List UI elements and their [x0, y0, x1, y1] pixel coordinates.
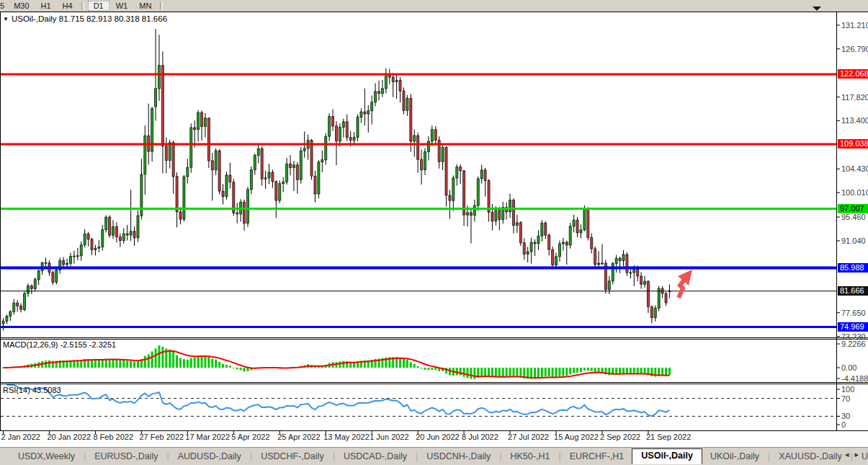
macd-indicator-label: MACD(12,26,9) -2.5155 -2.3251 [3, 340, 116, 349]
tab-separator: | [166, 451, 169, 461]
tab-separator: | [250, 451, 252, 461]
tab-separator: | [768, 451, 770, 461]
date-axis-label: 27 Jul 2022 [508, 433, 549, 441]
rsi-indicator-label: RSI(14) 43.5083 [3, 386, 61, 394]
tab-symbol-usoildaily[interactable]: USOil-,Daily [632, 448, 702, 464]
date-axis-label: 20 Jan 2022 [47, 433, 91, 441]
date-axis-label: 2 Jan 2022 [1, 433, 40, 441]
price-level-tag: 122.068 [838, 69, 868, 79]
bull-candles [2, 66, 660, 324]
price-level-tag: 97.007 [838, 204, 868, 213]
tab-symbol-eurusddaily[interactable]: EURUSD-,Daily [86, 449, 166, 464]
date-axis-label: 20 Jun 2022 [416, 433, 460, 441]
price-level-tag: 74.969 [838, 322, 868, 332]
tab-symbol-usdxweekly[interactable]: USDX,Weekly [10, 449, 83, 464]
tab-symbol-usdcaddaily[interactable]: USDCAD-,Daily [336, 449, 415, 464]
price-axis-label: 126.790 [841, 45, 868, 53]
price-axis-label: 113.400 [841, 116, 868, 125]
rsi-line [6, 385, 669, 416]
scroll-left-icon[interactable]: ◂ [845, 450, 855, 459]
rsi-axis-label: 0 [841, 420, 846, 429]
tab-symbol-usdchfdaily[interactable]: USDCHF-,Daily [253, 449, 332, 464]
tab-symbol-xauusddaily[interactable]: XAUUSD-,Daily [771, 449, 850, 464]
macd-axis-label: 0.00 [841, 363, 856, 372]
macd-histogram [2, 345, 671, 378]
date-axis-label: 25 Apr 2022 [277, 433, 320, 441]
rsi-axis-label: 30 [841, 412, 850, 420]
tab-symbol-audusddaily[interactable]: AUDUSD-,Daily [170, 449, 249, 464]
tab-separator: | [499, 451, 501, 461]
price-axis-label: 117.820 [841, 93, 868, 102]
symbol-name: USOil-,Daily [12, 14, 57, 23]
tab-symbol-ukoildaily[interactable]: UKOil-,Daily [702, 449, 767, 464]
chart-legend: ▼USOil-,Daily 81.715 82.913 80.318 81.66… [3, 14, 167, 23]
tab-separator: | [416, 451, 418, 461]
rsi-axis-label: 100 [841, 385, 854, 394]
date-axis-label: 5 Apr 2022 [231, 433, 269, 441]
macd-axis-label: 9.2266 [841, 340, 866, 348]
tab-symbol-hk50h1[interactable]: HK50-,H1 [502, 449, 558, 464]
date-axis-label: 27 Feb 2022 [139, 433, 184, 441]
price-axis-label: 77.650 [841, 309, 866, 317]
price-level-tag: 81.666 [838, 286, 868, 296]
price-level-tag: 85.988 [838, 263, 868, 273]
price-axis-label: 95.460 [841, 213, 866, 221]
price-level-tag: 109.038 [838, 139, 868, 149]
tab-symbol-eurchfh1[interactable]: EURCHF-,H1 [562, 449, 632, 464]
tab-scroll-arrows: ◂▸ [845, 450, 864, 459]
price-axis-label: 131.210 [841, 21, 868, 30]
date-axis-label: 13 May 2022 [323, 433, 370, 441]
price-axis-label: 104.430 [841, 164, 868, 173]
macd-axis-label: -4.4188 [841, 374, 868, 383]
symbol-tab-bar: USDX,Weekly|EURUSD-,Daily|AUDUSD-,Daily|… [0, 447, 868, 465]
date-axis-label: 2 Sep 2022 [600, 433, 640, 441]
date-axis-label: 21 Sep 2022 [646, 433, 691, 441]
tab-separator: | [558, 451, 560, 461]
rsi-axis-label: 70 [841, 394, 850, 403]
tab-separator: | [333, 451, 335, 461]
price-axis-label: 91.040 [841, 236, 866, 245]
price-axis-label: 100.010 [841, 188, 868, 197]
date-axis-label: 1 Jun 2022 [370, 433, 408, 441]
ohlc-values: 81.715 82.913 80.318 81.666 [59, 14, 167, 23]
tab-separator: | [84, 451, 86, 461]
mt4-window: 5M30H1H4D1W1MN ▼USOil-,Daily 81.715 82.9… [0, 0, 868, 465]
date-axis-label: 8 Jul 2022 [462, 433, 498, 441]
scroll-right-icon[interactable]: ▸ [854, 450, 864, 459]
bear-candles [17, 66, 671, 318]
symbol-dropdown-icon[interactable]: ▼ [3, 16, 9, 22]
date-axis-label: 15 Aug 2022 [554, 433, 599, 441]
date-axis-label: 17 Mar 2022 [185, 433, 230, 441]
date-axis-label: 8 Feb 2022 [93, 433, 133, 441]
tab-symbol-usdcnhdaily[interactable]: USDCNH-,Daily [419, 449, 498, 464]
chart-shift-marker-icon [813, 6, 821, 11]
chart-canvas[interactable] [0, 0, 868, 447]
